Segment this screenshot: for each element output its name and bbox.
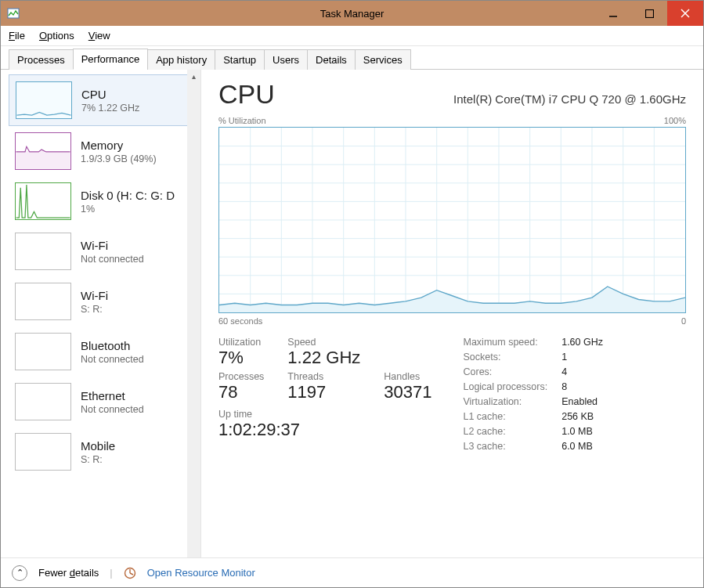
mini-chart-icon [15,132,71,170]
resmon-icon [124,567,136,579]
collapse-icon[interactable]: ⌃ [12,565,27,581]
mini-chart-icon [15,233,71,270]
menubar: File Options View [1,26,703,46]
sidebar-item-title: Mobile [81,439,115,453]
svg-line-33 [130,573,133,575]
cpu-chart [218,127,686,313]
sidebar-item-sub: S: R: [81,304,108,315]
sidebar-item-sub: Not connected [81,254,144,265]
l2-k: L2 cache: [463,426,547,437]
mini-chart-icon [15,333,71,370]
sidebar-item-ethernet[interactable]: Ethernet Not connected [9,377,200,427]
sidebar-item-bluetooth[interactable]: Bluetooth Not connected [9,326,200,377]
processes-label: Processes [218,371,264,382]
footer: ⌃ Fewer details | Open Resource Monitor [1,557,703,587]
axis-top-left: % Utilization [218,116,266,125]
menu-options[interactable]: Options [39,30,74,41]
tab-users[interactable]: Users [264,49,308,70]
tab-details[interactable]: Details [307,49,356,70]
sidebar-item-title: CPU [81,88,139,101]
sockets-v: 1 [561,352,603,363]
tabbar: ProcessesPerformanceApp historyStartupUs… [1,46,703,70]
virt-k: Virtualization: [463,396,547,407]
sidebar-item-memory[interactable]: Memory 1.9/3.9 GB (49%) [9,126,200,176]
main-title: CPU [218,79,275,110]
tab-processes[interactable]: Processes [9,49,74,70]
utilization-label: Utilization [218,337,264,348]
footer-separator: | [110,567,112,579]
mini-chart-icon [15,182,71,220]
processes-value: 78 [218,382,264,402]
mini-chart-icon [15,383,71,420]
l2-v: 1.0 MB [561,426,603,437]
handles-label: Handles [384,371,431,382]
menu-file[interactable]: File [9,30,25,41]
speed-label: Speed [287,337,360,348]
max-speed-v: 1.60 GHz [561,337,603,348]
svg-rect-2 [645,9,653,17]
sidebar-item-title: Disk 0 (H: C: G: D [81,189,175,202]
sidebar-item-cpu[interactable]: CPU 7% 1.22 GHz [9,74,200,126]
close-button[interactable] [667,1,703,26]
tab-app-history[interactable]: App history [147,49,215,70]
app-icon [7,7,20,20]
sidebar-item-sub: 1.9/3.9 GB (49%) [81,153,157,164]
sidebar-item-wi-fi[interactable]: Wi-Fi S: R: [9,276,200,326]
sidebar-item-title: Bluetooth [81,339,144,352]
handles-value: 30371 [384,382,431,402]
window-title: Task Manager [320,8,384,20]
maximize-button[interactable] [631,1,667,26]
main-panel: CPU Intel(R) Core(TM) i7 CPU Q 720 @ 1.6… [201,70,703,557]
cores-k: Cores: [463,366,547,377]
cores-v: 4 [561,366,603,377]
mini-chart-icon [16,81,72,119]
utilization-value: 7% [218,348,264,368]
l1-v: 256 KB [561,411,603,422]
scroll-up-icon[interactable]: ▴ [187,70,200,83]
cpu-model: Intel(R) Core(TM) i7 CPU Q 720 @ 1.60GHz [453,92,686,106]
tab-services[interactable]: Services [355,49,411,70]
sidebar-item-sub: 1% [81,204,175,215]
axis-bot-right: 0 [681,316,686,326]
sidebar-item-title: Memory [81,139,157,152]
svg-rect-6 [16,151,70,169]
l1-k: L1 cache: [463,411,547,422]
sidebar-item-mobile[interactable]: Mobile S: R: [9,427,200,477]
threads-value: 1197 [287,382,360,402]
sidebar: CPU 7% 1.22 GHz Memory 1.9/3.9 GB (49%) … [1,70,201,557]
sidebar-item-title: Ethernet [81,389,144,402]
virt-v: Enabled [561,396,603,407]
uptime-label: Up time [218,409,431,420]
tab-startup[interactable]: Startup [215,49,265,70]
sockets-k: Sockets: [463,352,547,363]
scrollbar[interactable]: ▴ [187,70,200,557]
minimize-button[interactable] [595,1,631,26]
uptime-value: 1:02:29:37 [218,420,431,440]
open-resmon-link[interactable]: Open Resource Monitor [147,567,255,579]
fewer-details-button[interactable]: Fewer details [38,567,99,579]
threads-label: Threads [287,371,360,382]
l3-k: L3 cache: [463,441,547,452]
sidebar-item-sub: Not connected [81,354,144,365]
sidebar-item-title: Wi-Fi [81,289,108,302]
logical-k: Logical processors: [463,381,547,392]
axis-bot-left: 60 seconds [218,316,262,326]
l3-v: 6.0 MB [561,441,603,452]
logical-v: 8 [561,381,603,392]
sidebar-item-wi-fi[interactable]: Wi-Fi Not connected [9,226,200,276]
axis-top-right: 100% [664,116,686,125]
titlebar[interactable]: Task Manager [1,1,703,26]
menu-view[interactable]: View [88,30,110,41]
mini-chart-icon [15,433,71,471]
sidebar-item-sub: S: R: [81,454,115,465]
sidebar-item-title: Wi-Fi [81,239,144,252]
speed-value: 1.22 GHz [287,348,360,368]
sidebar-item-sub: 7% 1.22 GHz [81,103,139,114]
sidebar-item-sub: Not connected [81,404,144,415]
sidebar-item-disk[interactable]: Disk 0 (H: C: G: D 1% [9,176,200,226]
tab-performance[interactable]: Performance [73,49,148,70]
mini-chart-icon [15,283,71,320]
max-speed-k: Maximum speed: [463,337,547,348]
